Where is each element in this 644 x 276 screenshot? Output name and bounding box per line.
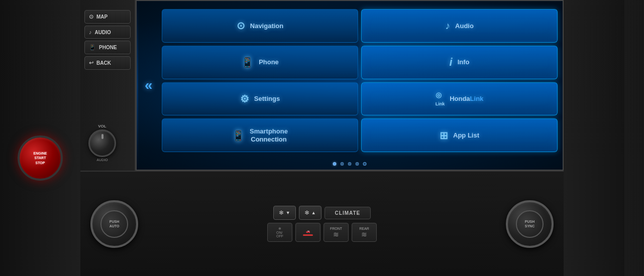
smartphone-label: Smartphone Connection [250, 127, 288, 143]
navigation-label: Navigation [250, 22, 283, 30]
back-button[interactable]: ↩ BACK [84, 56, 131, 70]
climate-on-off-button[interactable]: ❄ ON/OFF [267, 223, 292, 242]
climate-label: CLIMATE [335, 210, 361, 216]
phone-menu-icon: 📱 [241, 56, 254, 68]
side-buttons-panel: ⊙ MAP ♪ AUDIO 📱 PHONE ↩ BACK VOL AUDIO [80, 0, 136, 171]
volume-area: VOL AUDIO [84, 120, 131, 166]
pagination-dot-0[interactable] [333, 162, 337, 166]
hondalink-icon: ◎Link [436, 91, 445, 107]
rear-seat-label: REAR [359, 227, 369, 230]
info-menu-icon: i [450, 56, 453, 69]
screen-wrapper: ⊙ MAP ♪ AUDIO 📱 PHONE ↩ BACK VOL AUDIO [80, 0, 564, 171]
grill-texture [624, 0, 644, 276]
audio-button[interactable]: ♪ AUDIO [84, 26, 131, 39]
phone-menu-label: Phone [259, 58, 279, 66]
fan-down-label: ▼ [286, 210, 290, 215]
main-screen: « ⊙ Navigation ♪ Audio 📱 Phone [136, 0, 564, 171]
fan-icon: ❄ [279, 209, 284, 216]
front-seat-heat-button[interactable]: FRONT ≋ [324, 223, 349, 242]
back-chevron-button[interactable]: « [145, 77, 153, 93]
rear-seat-icon: ≋ [361, 230, 367, 238]
rear-defrost-button[interactable]: 🚗 [295, 223, 320, 242]
phone-label: PHONE [99, 45, 117, 50]
audio-icon: ♪ [89, 29, 92, 35]
applist-menu-button[interactable]: ⊞ App List [361, 118, 558, 152]
menu-grid: ⊙ Navigation ♪ Audio 📱 Phone i Info [162, 9, 558, 152]
engine-start-button[interactable]: ENGINESTARTSTOP [18, 135, 63, 181]
climate-bottom-row: ❄ ON/OFF 🚗 FRONT ≋ REAR ≋ [267, 223, 377, 242]
climate-area: PUSH AUTO ❄ ▼ ❄ ▲ CLIMATE [80, 171, 564, 276]
phone-icon: 📱 [89, 44, 96, 51]
audio-label: AUDIO [95, 30, 111, 35]
right-dial-label: PUSH SYNC [525, 219, 534, 228]
settings-menu-icon: ⚙ [240, 93, 249, 105]
back-icon: ↩ [89, 60, 93, 66]
engine-start-label: ENGINESTARTSTOP [34, 151, 47, 165]
hondalink-label: HondaLink [450, 95, 483, 103]
audio-sub-label: AUDIO [96, 158, 108, 162]
red-indicator [303, 234, 313, 236]
back-label: BACK [96, 60, 111, 66]
pagination-dot-4[interactable] [363, 162, 367, 166]
fan-down-button[interactable]: ❄ ▼ [273, 206, 296, 220]
map-button[interactable]: ⊙ MAP [84, 10, 131, 24]
info-menu-button[interactable]: i Info [361, 46, 558, 79]
smartphone-menu-button[interactable]: 📱 Smartphone Connection [162, 118, 358, 152]
left-dial-inner: PUSH AUTO [100, 210, 128, 238]
climate-top-row: ❄ ▼ ❄ ▲ CLIMATE [273, 206, 371, 220]
rear-seat-heat-button[interactable]: REAR ≋ [352, 223, 377, 242]
applist-icon: ⊞ [440, 129, 448, 142]
left-dial-label: PUSH AUTO [110, 219, 120, 228]
phone-button[interactable]: 📱 PHONE [84, 41, 131, 54]
info-menu-label: Info [458, 58, 470, 66]
volume-knob[interactable] [88, 129, 116, 157]
on-off-label: ON/OFF [276, 231, 283, 238]
settings-menu-label: Settings [254, 95, 280, 103]
fan-up-icon: ❄ [304, 209, 309, 216]
screen-accent-left [137, 1, 138, 170]
navigation-icon: ⊙ [237, 20, 245, 32]
fan-up-label: ▲ [311, 210, 316, 215]
left-panel: ENGINESTARTSTOP [0, 0, 80, 276]
pagination-dots [333, 162, 367, 166]
pagination-dot-1[interactable] [341, 162, 344, 166]
fan-up-button[interactable]: ❄ ▲ [299, 206, 321, 220]
climate-center-controls: ❄ ▼ ❄ ▲ CLIMATE ❄ ON/OFF � [143, 206, 501, 242]
pagination-dot-2[interactable] [348, 162, 352, 166]
map-label: MAP [96, 14, 108, 20]
left-temperature-dial[interactable]: PUSH AUTO [90, 200, 138, 248]
right-temperature-dial[interactable]: PUSH SYNC [506, 200, 554, 248]
climate-main-button[interactable]: CLIMATE [325, 207, 371, 219]
applist-label: App List [453, 131, 479, 140]
navigation-menu-button[interactable]: ⊙ Navigation [162, 9, 358, 43]
hondalink-menu-button[interactable]: ◎Link HondaLink [361, 82, 558, 116]
map-icon: ⊙ [89, 14, 93, 20]
audio-menu-button[interactable]: ♪ Audio [361, 9, 558, 43]
phone-menu-button[interactable]: 📱 Phone [162, 46, 358, 79]
front-seat-label: FRONT [330, 227, 342, 230]
settings-menu-button[interactable]: ⚙ Settings [162, 82, 358, 116]
right-dial-inner: PUSH SYNC [516, 210, 544, 238]
audio-menu-label: Audio [455, 22, 474, 30]
audio-menu-icon: ♪ [445, 20, 450, 32]
car-icon: 🚗 [306, 229, 310, 233]
smartphone-icon: 📱 [232, 129, 245, 142]
right-panel [564, 0, 644, 276]
front-seat-icon: ≋ [333, 230, 339, 238]
snowflake-icon: ❄ [278, 227, 281, 231]
center-console: ⊙ MAP ♪ AUDIO 📱 PHONE ↩ BACK VOL AUDIO [80, 0, 564, 276]
pagination-dot-3[interactable] [356, 162, 359, 166]
vol-label: VOL [98, 124, 106, 128]
